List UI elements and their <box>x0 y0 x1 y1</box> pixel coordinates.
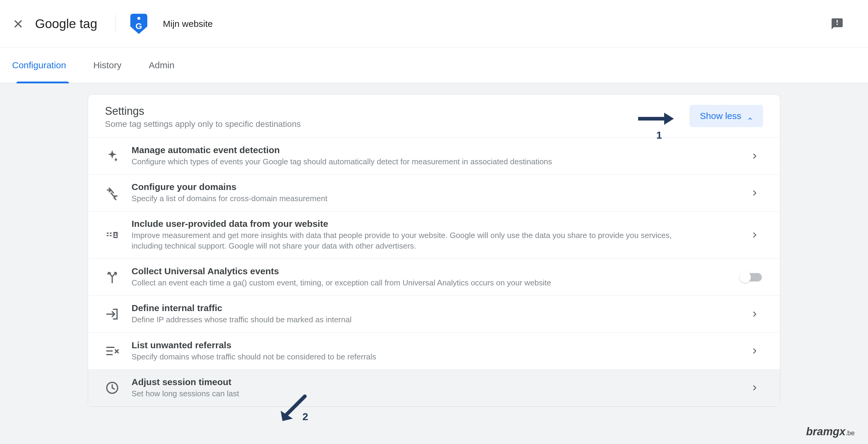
close-icon[interactable] <box>12 18 24 30</box>
settings-row-desc: Configure which types of events your Goo… <box>131 157 700 167</box>
clock-icon <box>105 381 120 395</box>
settings-row-text: Configure your domainsSpecify a list of … <box>131 182 734 204</box>
svg-point-0 <box>137 16 140 20</box>
settings-row-desc: Specify a list of domains for cross-doma… <box>131 193 700 204</box>
settings-row[interactable]: Adjust session timeoutSet how long sessi… <box>88 370 780 407</box>
chevron-up-icon <box>747 113 753 119</box>
settings-row[interactable]: Include user-provided data from your web… <box>88 211 780 259</box>
header-bar: Google tag G Mijn website <box>0 0 868 48</box>
settings-row-desc: Improve measurement and get more insight… <box>131 230 700 251</box>
tab-bar: Configuration History Admin <box>0 48 868 83</box>
settings-row-title: Adjust session timeout <box>131 377 734 387</box>
toggle-switch[interactable] <box>739 273 763 281</box>
watermark-tld: .be <box>845 429 855 437</box>
tab-history[interactable]: History <box>93 48 121 83</box>
settings-row-text: Collect Universal Analytics eventsCollec… <box>131 266 727 288</box>
settings-row-title: Configure your domains <box>131 182 734 192</box>
id-card-icon <box>105 228 120 242</box>
show-less-button[interactable]: Show less <box>689 105 763 127</box>
settings-row-text: List unwanted referralsSpecify domains w… <box>131 340 734 362</box>
settings-subtitle: Some tag settings apply only to specific… <box>105 119 689 129</box>
chevron-right-icon <box>746 347 763 354</box>
site-name: Mijn website <box>163 19 213 29</box>
watermark-name: bramgx <box>806 425 845 438</box>
settings-row-text: Adjust session timeoutSet how long sessi… <box>131 377 734 399</box>
content-area: Settings Some tag settings apply only to… <box>0 83 868 444</box>
annotation-label-2: 2 <box>303 411 308 422</box>
chevron-right-icon <box>746 384 763 391</box>
tab-admin[interactable]: Admin <box>149 48 175 83</box>
chevron-right-icon <box>746 152 763 160</box>
annotation-arrow-1 <box>638 110 675 131</box>
settings-row[interactable]: Configure your domainsSpecify a list of … <box>88 175 780 211</box>
filter-x-icon <box>105 344 120 358</box>
chevron-right-icon <box>746 231 763 239</box>
settings-row-desc: Collect an event each time a ga() custom… <box>131 278 700 288</box>
chevron-right-icon <box>746 310 763 318</box>
show-less-label: Show less <box>700 111 741 121</box>
svg-line-4 <box>285 396 305 416</box>
merge-icon <box>105 186 120 200</box>
settings-row-title: Collect Universal Analytics events <box>131 266 727 276</box>
watermark: bramgx.be <box>806 425 855 438</box>
settings-row-title: Manage automatic event detection <box>131 145 734 155</box>
settings-row-title: List unwanted referrals <box>131 340 734 350</box>
settings-row-text: Include user-provided data from your web… <box>131 219 734 251</box>
settings-row[interactable]: List unwanted referralsSpecify domains w… <box>88 333 780 370</box>
settings-row-desc: Specify domains whose traffic should not… <box>131 351 700 362</box>
settings-row-title: Include user-provided data from your web… <box>131 219 734 229</box>
settings-row[interactable]: Collect Universal Analytics eventsCollec… <box>88 259 780 296</box>
header-divider <box>116 15 116 33</box>
page-title: Google tag <box>35 16 97 31</box>
settings-row-text: Manage automatic event detectionConfigur… <box>131 145 734 167</box>
settings-row-title: Define internal traffic <box>131 303 734 313</box>
settings-row-text: Define internal trafficDefine IP address… <box>131 303 734 325</box>
settings-card-header: Settings Some tag settings apply only to… <box>88 95 780 137</box>
google-tag-icon: G <box>129 12 149 35</box>
settings-rows: Manage automatic event detectionConfigur… <box>88 137 780 407</box>
svg-text:G: G <box>135 21 142 31</box>
chevron-right-icon <box>746 190 763 197</box>
settings-row-desc: Define IP addresses whose traffic should… <box>131 314 700 325</box>
sparkle-icon <box>105 149 120 163</box>
settings-row[interactable]: Define internal trafficDefine IP address… <box>88 296 780 333</box>
exit-icon <box>105 307 120 321</box>
settings-row[interactable]: Manage automatic event detectionConfigur… <box>88 138 780 175</box>
settings-title: Settings <box>105 105 689 117</box>
settings-card: Settings Some tag settings apply only to… <box>88 94 780 407</box>
split-icon <box>105 270 120 284</box>
tab-configuration[interactable]: Configuration <box>12 48 66 83</box>
annotation-label-1: 1 <box>656 129 662 141</box>
settings-row-desc: Set how long sessions can last <box>131 388 700 399</box>
feedback-icon[interactable] <box>831 17 844 31</box>
